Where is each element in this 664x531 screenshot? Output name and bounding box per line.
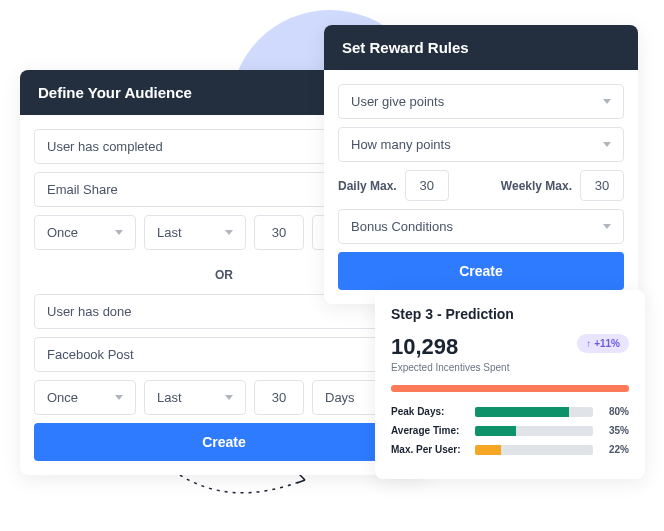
prediction-badge: ↑+11% <box>577 334 629 353</box>
select-facebook[interactable]: Facebook Post <box>34 337 414 372</box>
daily-max-label: Daily Max. <box>338 179 397 193</box>
prediction-subtitle: Expected Incentives Spent <box>391 362 509 373</box>
select-once-1[interactable]: Once <box>34 215 136 250</box>
select-last-2[interactable]: Last <box>144 380 246 415</box>
select-once-2[interactable]: Once <box>34 380 136 415</box>
avg-time-pct: 35% <box>601 425 629 436</box>
prediction-card: Step 3 - Prediction 10,298 Expected Ince… <box>375 290 645 479</box>
prediction-title: Step 3 - Prediction <box>391 306 629 322</box>
chevron-down-icon <box>225 395 233 400</box>
peak-days-pct: 80% <box>601 406 629 417</box>
audience-create-button[interactable]: Create <box>34 423 414 461</box>
peak-days-label: Peak Days: <box>391 406 467 417</box>
chevron-down-icon <box>115 395 123 400</box>
daily-max-input[interactable]: 30 <box>405 170 449 201</box>
weekly-max-label: Weekly Max. <box>501 179 572 193</box>
prediction-value: 10,298 <box>391 334 509 360</box>
select-last-1[interactable]: Last <box>144 215 246 250</box>
chevron-down-icon <box>225 230 233 235</box>
peak-days-bar <box>475 407 593 417</box>
select-bonus[interactable]: Bonus Conditions <box>338 209 624 244</box>
input-count-1[interactable]: 30 <box>254 215 304 250</box>
reward-title: Set Reward Rules <box>324 25 638 70</box>
max-user-bar <box>475 445 593 455</box>
avg-time-label: Average Time: <box>391 425 467 436</box>
spend-bar <box>391 385 629 392</box>
avg-time-bar <box>475 426 593 436</box>
arrow-up-icon: ↑ <box>586 338 591 349</box>
reward-card: Set Reward Rules User give points How ma… <box>324 25 638 304</box>
input-count-2[interactable]: 30 <box>254 380 304 415</box>
max-user-label: Max. Per User: <box>391 444 467 455</box>
select-how-many[interactable]: How many points <box>338 127 624 162</box>
select-give-points[interactable]: User give points <box>338 84 624 119</box>
weekly-max-input[interactable]: 30 <box>580 170 624 201</box>
chevron-down-icon <box>115 230 123 235</box>
chevron-down-icon <box>603 142 611 147</box>
max-user-pct: 22% <box>601 444 629 455</box>
reward-create-button[interactable]: Create <box>338 252 624 290</box>
chevron-down-icon <box>603 224 611 229</box>
chevron-down-icon <box>603 99 611 104</box>
